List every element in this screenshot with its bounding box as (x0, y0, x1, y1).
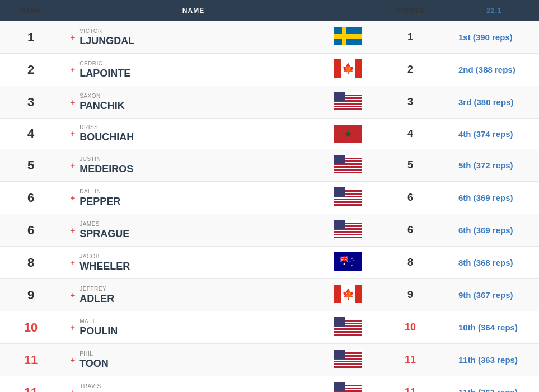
result-cell: 1st (390 reps) (449, 21, 539, 54)
athlete-first-name: JEFFREY (79, 286, 114, 292)
points-cell: 6 (371, 214, 449, 247)
table-row: 1+VICTORLJUNGDAL11st (390 reps) (0, 21, 539, 54)
flag-usa (334, 350, 362, 368)
expand-icon[interactable]: + (71, 98, 75, 107)
points-cell: 4 (371, 119, 449, 149)
points-cell: 1 (371, 21, 449, 54)
flag-usa (334, 220, 362, 238)
name-cell: +JUSTINMEDEIROS (62, 149, 325, 182)
table-row: 2+CÉDRICLAPOINTE🍁22nd (388 reps) (0, 54, 539, 86)
athlete-last-name: PEPPER (79, 196, 120, 207)
expand-icon[interactable]: + (71, 129, 75, 138)
flag-cell (325, 344, 371, 376)
athlete-first-name: VICTOR (79, 28, 134, 34)
table-row: 6+DALLINPEPPER66th (369 reps) (0, 182, 539, 214)
flag-cell (325, 21, 371, 54)
expand-icon[interactable]: + (71, 356, 75, 365)
name-cell: +JACOBWHEELER (62, 247, 325, 279)
expand-icon[interactable]: + (71, 323, 75, 332)
result-cell: 2nd (388 reps) (449, 54, 539, 86)
leaderboard-table: RANK NAME POINTS 22.1 1+VICTORLJUNGDAL11… (0, 0, 539, 392)
athlete-first-name: MATT (79, 318, 118, 324)
name-cell: +CÉDRICLAPOINTE (62, 54, 325, 86)
expand-icon[interactable]: + (71, 65, 75, 74)
expand-icon[interactable]: + (71, 193, 75, 202)
athlete-last-name: LJUNGDAL (79, 35, 134, 46)
expand-icon[interactable]: + (71, 388, 75, 393)
table-row: 6+JAMESSPRAGUE66th (369 reps) (0, 214, 539, 247)
expand-icon[interactable]: + (71, 226, 75, 235)
header-name: NAME (62, 0, 325, 21)
name-cell: +SAXONPANCHIK (62, 86, 325, 119)
rank-cell: 2 (0, 54, 62, 86)
flag-canada: 🍁 (334, 285, 362, 303)
athlete-last-name: BOUCHIAH (79, 131, 134, 143)
points-cell: 11 (371, 376, 449, 393)
athlete-first-name: PHIL (79, 351, 109, 357)
table-row: 5+JUSTINMEDEIROS55th (372 reps) (0, 149, 539, 182)
points-cell: 6 (371, 182, 449, 214)
flag-cell (325, 376, 371, 393)
flag-cell (325, 214, 371, 247)
rank-cell: 11 (0, 376, 62, 393)
flag-usa (334, 382, 362, 392)
name-cell: +VICTORLJUNGDAL (62, 21, 325, 54)
rank-cell: 8 (0, 247, 62, 279)
header-result: 22.1 (449, 0, 539, 21)
athlete-first-name: SAXON (79, 93, 125, 99)
athlete-last-name: LAPOINTE (79, 68, 130, 79)
rank-cell: 6 (0, 214, 62, 247)
athlete-first-name: TRAVIS (79, 383, 109, 389)
result-cell: 8th (368 reps) (449, 247, 539, 279)
result-cell: 6th (369 reps) (449, 214, 539, 247)
flag-cell (325, 149, 371, 182)
rank-cell: 6 (0, 182, 62, 214)
flag-sweden (334, 27, 362, 45)
result-cell: 11th (363 reps) (449, 376, 539, 393)
flag-cell: 🍁 (325, 54, 371, 86)
leaderboard-body: 1+VICTORLJUNGDAL11st (390 reps)2+CÉDRICL… (0, 21, 539, 392)
expand-icon[interactable]: + (71, 258, 75, 267)
flag-usa (334, 187, 362, 206)
athlete-first-name: JAMES (79, 221, 129, 227)
name-cell: +PHILTOON (62, 344, 325, 376)
table-header-row: RANK NAME POINTS 22.1 (0, 0, 539, 21)
points-cell: 8 (371, 247, 449, 279)
result-cell: 11th (363 reps) (449, 344, 539, 376)
athlete-last-name: PANCHIK (79, 100, 125, 111)
athlete-last-name: WHEELER (79, 261, 130, 272)
flag-usa (334, 155, 362, 173)
result-cell: 4th (374 reps) (449, 119, 539, 149)
athlete-first-name: CÉDRIC (79, 60, 130, 67)
result-cell: 6th (369 reps) (449, 182, 539, 214)
athlete-first-name: JUSTIN (79, 156, 133, 162)
athlete-last-name: TOON (79, 358, 109, 369)
rank-cell: 10 (0, 311, 62, 344)
flag-cell: 🍁 (325, 279, 371, 311)
expand-icon[interactable]: + (71, 291, 75, 300)
athlete-last-name: MEDEIROS (79, 163, 133, 174)
name-cell: +DRISSBOUCHIAH (62, 119, 325, 149)
table-row: 11+PHILTOON1111th (363 reps) (0, 344, 539, 376)
flag-cell (325, 247, 371, 279)
flag-canada: 🍁 (334, 59, 362, 78)
athlete-last-name: ADLER (79, 293, 114, 304)
athlete-first-name: JACOB (79, 253, 130, 259)
flag-australia (334, 252, 362, 271)
table-row: 4+DRISSBOUCHIAH★44th (374 reps) (0, 119, 539, 149)
rank-cell: 11 (0, 344, 62, 376)
expand-icon[interactable]: + (71, 161, 75, 170)
result-cell: 5th (372 reps) (449, 149, 539, 182)
points-cell: 9 (371, 279, 449, 311)
header-flag (325, 0, 371, 21)
expand-icon[interactable]: + (71, 33, 75, 42)
athlete-first-name: DALLIN (79, 188, 120, 195)
name-cell: +JAMESSPRAGUE (62, 214, 325, 247)
rank-cell: 5 (0, 149, 62, 182)
athlete-last-name: POULIN (79, 325, 118, 337)
result-cell: 9th (367 reps) (449, 279, 539, 311)
name-cell: +JEFFREYADLER (62, 279, 325, 311)
athlete-last-name: MEAD (79, 390, 109, 393)
table-row: 9+JEFFREYADLER🍁99th (367 reps) (0, 279, 539, 311)
rank-cell: 1 (0, 21, 62, 54)
